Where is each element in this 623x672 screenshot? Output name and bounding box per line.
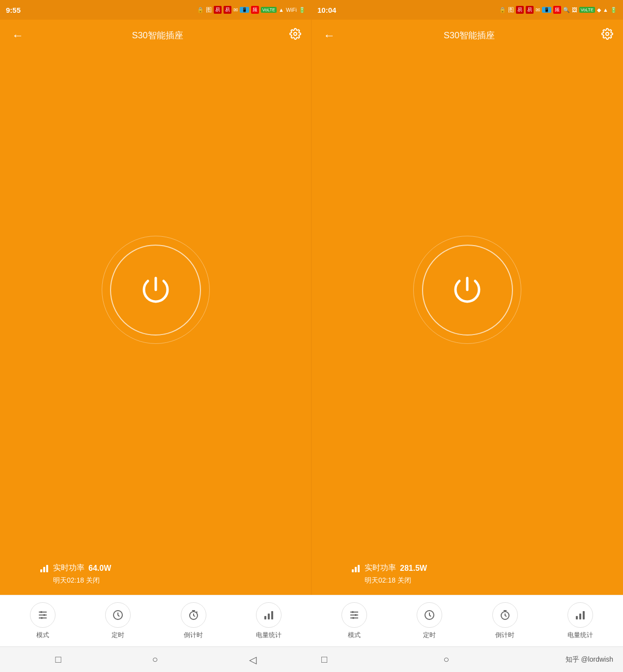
right-stats-area: 实时功率 281.5W 明天02:18 关闭: [312, 558, 623, 595]
left-countdown-item[interactable]: 倒计时: [179, 602, 208, 640]
app-icon-r1: 易: [516, 6, 524, 14]
news-icon: 频: [251, 6, 259, 14]
diamond-icon-r: ◆: [597, 7, 601, 13]
nav-triangle-button[interactable]: ◁: [249, 654, 256, 666]
right-countdown-icon-circle: [492, 602, 518, 628]
right-countdown-label: 倒计时: [495, 631, 514, 640]
left-timer-icon-circle: [105, 602, 131, 628]
wifi-status-icon: WiFi: [286, 7, 297, 13]
right-mode-icon-circle: [341, 602, 367, 628]
telegram-icon-r: 📱: [542, 7, 551, 13]
left-power-button[interactable]: [110, 245, 201, 336]
left-panel-title: S30智能插座: [132, 29, 183, 41]
left-power-stat: 实时功率 64.0W: [39, 563, 111, 573]
status-icons-left: 🔒 图 易 易 ✉ 📱 频 VoLTE ▲ WiFi 🔋: [197, 6, 306, 14]
svg-point-25: [352, 611, 354, 613]
right-stats-label: 电量统计: [567, 631, 593, 640]
main-panels: ← S30智能插座: [0, 20, 623, 595]
right-mode-item[interactable]: 模式: [340, 602, 369, 640]
right-stats-icon-circle: [567, 602, 593, 628]
left-sliders-icon: [37, 609, 49, 621]
right-countdown-item[interactable]: 倒计时: [490, 602, 520, 640]
lock-icon: 🔒: [197, 7, 204, 13]
left-power-outer-ring: [102, 236, 210, 344]
left-timer-label: 定时: [112, 631, 124, 640]
right-schedule-text: 明天02:18 关闭: [351, 576, 411, 585]
battery-icon-r: 🔋: [610, 7, 617, 13]
right-back-button[interactable]: ←: [321, 27, 337, 44]
svg-rect-34: [583, 611, 585, 619]
right-sliders-icon: [348, 609, 360, 621]
right-stats-item[interactable]: 电量统计: [566, 602, 595, 640]
svg-rect-32: [576, 616, 578, 619]
left-stats-item[interactable]: 电量统计: [254, 602, 283, 640]
right-timer-label: 定时: [423, 631, 436, 640]
right-power-stat: 实时功率 281.5W: [351, 563, 427, 573]
left-power-icon: [136, 270, 175, 309]
right-panel-header: ← S30智能插座: [312, 20, 623, 51]
app-icon-r2: 易: [526, 6, 534, 14]
svg-rect-1: [40, 569, 42, 572]
left-panel: ← S30智能插座: [0, 20, 312, 595]
app-icon-1: 易: [214, 6, 222, 14]
wifi-icon-right: 图: [508, 6, 514, 14]
svg-rect-5: [352, 569, 354, 572]
left-mode-item[interactable]: 模式: [28, 602, 57, 640]
left-stats-icon-circle: [256, 602, 282, 628]
left-countdown-icon-circle: [181, 602, 206, 628]
search-icon-r: 🔍: [563, 7, 570, 13]
left-back-button[interactable]: ←: [10, 27, 26, 44]
right-mode-label: 模式: [348, 631, 361, 640]
right-power-icon: [448, 270, 487, 309]
svg-point-13: [41, 617, 43, 619]
left-barchart-icon: [263, 609, 275, 621]
right-bar-chart-icon: [351, 563, 361, 573]
svg-rect-19: [264, 616, 266, 619]
svg-point-0: [294, 32, 297, 35]
left-mode-label: 模式: [36, 631, 49, 640]
signal-icon: ▲: [279, 7, 284, 13]
bottom-toolbar: 模式 定时 倒计时: [0, 595, 623, 646]
svg-rect-33: [579, 614, 581, 619]
svg-rect-7: [358, 565, 360, 572]
right-timer-item[interactable]: 定时: [415, 602, 444, 640]
nav-circle-button-r[interactable]: ○: [443, 654, 449, 665]
right-power-value: 281.5W: [400, 564, 427, 573]
svg-point-27: [352, 617, 354, 619]
nav-square-button[interactable]: □: [55, 654, 61, 665]
status-bar-right: 10:04 🔒 图 易 易 ✉ 📱 频 🔍 🖼 VoLTE ◆ ▲ 🔋: [312, 0, 623, 20]
svg-point-18: [197, 612, 197, 613]
left-power-area: [0, 51, 311, 558]
svg-point-26: [355, 614, 357, 616]
left-stats-area: 实时功率 64.0W 明天02:18 关闭: [0, 558, 311, 595]
nav-circle-button[interactable]: ○: [152, 654, 158, 665]
nav-bar: □ ○ ◁ □ ○ 知乎 @lordwish: [0, 646, 623, 672]
left-toolbar: 模式 定时 倒计时: [0, 595, 312, 646]
status-icons-right: 🔒 图 易 易 ✉ 📱 频 🔍 🖼 VoLTE ◆ ▲ 🔋: [499, 6, 617, 14]
left-mode-icon-circle: [30, 602, 56, 628]
right-power-outer-ring: [413, 236, 521, 344]
svg-rect-21: [271, 611, 273, 619]
right-clock-icon: [424, 609, 435, 621]
left-panel-header: ← S30智能插座: [0, 20, 311, 51]
status-bar-left: 9:55 🔒 图 易 易 ✉ 📱 频 VoLTE ▲ WiFi 🔋: [0, 0, 312, 20]
right-toolbar: 模式 定时 倒计时: [312, 595, 623, 646]
left-power-stat-label: 实时功率: [53, 563, 85, 573]
svg-point-11: [40, 611, 42, 613]
svg-rect-20: [268, 614, 270, 619]
left-timer-item[interactable]: 定时: [103, 602, 133, 640]
left-schedule-text: 明天02:18 关闭: [39, 576, 100, 585]
right-power-area: [312, 51, 623, 558]
left-settings-button[interactable]: [289, 28, 301, 43]
telegram-icon: 📱: [240, 7, 249, 13]
nav-left: □ ○ ◁: [10, 654, 312, 666]
right-settings-button[interactable]: [601, 28, 613, 43]
volte-badge: VoLTE: [261, 7, 277, 13]
right-power-stat-label: 实时功率: [365, 563, 396, 573]
svg-rect-6: [355, 567, 357, 572]
right-power-button[interactable]: [422, 245, 513, 336]
left-bar-chart-icon: [39, 563, 49, 573]
svg-rect-3: [46, 565, 48, 572]
nav-right: □ ○ 知乎 @lordwish: [312, 654, 613, 665]
nav-square-button-r[interactable]: □: [321, 654, 327, 665]
